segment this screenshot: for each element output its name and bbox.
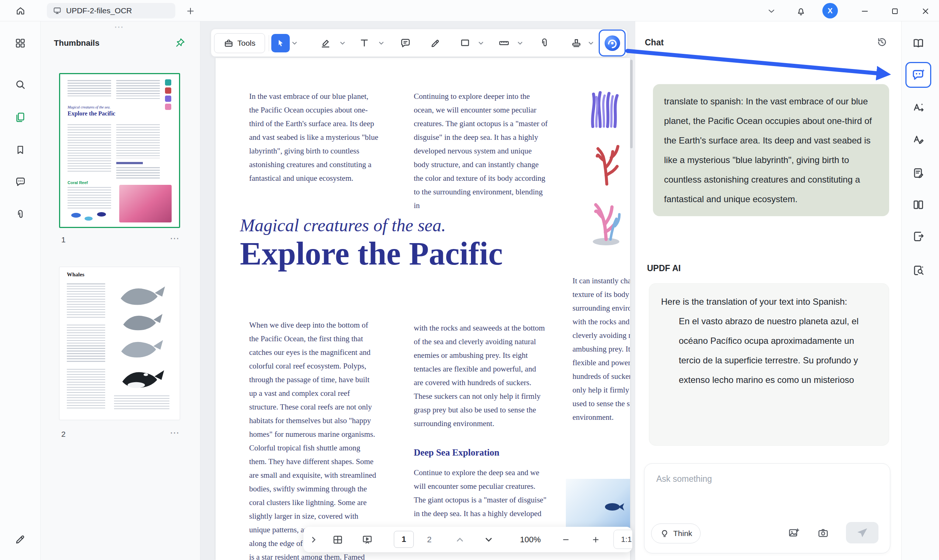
measure-tool-chevron[interactable] — [517, 40, 524, 47]
send-icon — [857, 527, 868, 538]
pin-icon — [174, 37, 186, 48]
ai-translate-button[interactable] — [912, 101, 925, 114]
document-tab[interactable]: UPDF-2-files_OCR — [47, 3, 175, 18]
measure-tool-button[interactable] — [497, 36, 510, 49]
ai-assistant-button[interactable] — [599, 29, 626, 57]
ai-translation-text: En el vasto abrazo de nuestro planeta az… — [679, 311, 877, 389]
ai-form-button[interactable] — [912, 166, 925, 180]
page-navigation-bar: 1 2 100% 1:1 — [304, 527, 632, 552]
ai-rewrite-button[interactable] — [912, 133, 925, 146]
collapse-tabs-button[interactable] — [765, 5, 778, 17]
sidebar-item-comments[interactable] — [14, 175, 27, 188]
thumb-fish — [71, 213, 81, 218]
ai-chat-button[interactable] — [905, 62, 931, 88]
thumbnail-view-button[interactable] — [331, 533, 345, 546]
stamp-tool-button[interactable] — [569, 36, 583, 49]
annotate-tool-chevron[interactable] — [339, 40, 346, 47]
search-icon — [14, 78, 26, 91]
page-thumbnail-1[interactable]: Magical creatures of the sea. Explore th… — [59, 73, 180, 228]
split-view-icon — [912, 198, 925, 211]
export-icon — [912, 230, 925, 243]
shapes-tool-button[interactable] — [458, 36, 472, 49]
minimize-button[interactable] — [858, 5, 871, 17]
current-page-input[interactable]: 1 — [394, 531, 414, 548]
select-tool-button[interactable] — [271, 34, 290, 52]
document-scrollbar[interactable] — [630, 60, 633, 148]
text-tool-chevron[interactable] — [378, 40, 385, 47]
ai-form-icon — [912, 167, 925, 179]
new-tab-button[interactable] — [184, 5, 197, 17]
slideshow-button[interactable] — [360, 533, 374, 546]
sticky-note-tool-button[interactable] — [399, 36, 412, 49]
open-book-icon — [912, 37, 925, 49]
sidebar-item-attachments[interactable] — [14, 208, 27, 221]
text-tool-button[interactable] — [358, 36, 371, 49]
toolbar-divider — [269, 35, 269, 51]
pen-tool-button[interactable] — [429, 36, 442, 49]
stamp-tool-chevron[interactable] — [587, 40, 595, 47]
maximize-button[interactable] — [888, 5, 901, 17]
sidebar-item-bookmarks[interactable] — [14, 143, 27, 157]
heading-script: Magical creatures of the sea. — [240, 215, 446, 235]
chevron-down-icon — [766, 6, 776, 16]
user-avatar[interactable]: X — [822, 3, 838, 18]
sidebar-item-search[interactable] — [14, 78, 27, 91]
chat-title: Chat — [645, 38, 664, 48]
title-bar: UPDF-2-files_OCR X — [0, 0, 939, 22]
fit-ratio-button[interactable]: 1:1 — [614, 530, 632, 549]
notifications-button[interactable] — [794, 5, 808, 18]
presentation-icon — [362, 534, 373, 545]
thumbnails-title: Thumbnails — [54, 38, 99, 48]
chat-history-button[interactable] — [874, 35, 889, 49]
page-layout-button[interactable] — [912, 198, 925, 211]
page-more-button[interactable]: ⋯ — [168, 232, 182, 244]
expand-bar-button[interactable] — [308, 534, 320, 546]
thumb-text-block — [68, 124, 111, 172]
thumb-coral-reef-label: Coral Reef — [68, 180, 88, 185]
minus-icon — [561, 535, 570, 544]
thumb-page2-title: Whales — [67, 272, 85, 278]
reading-mode-button[interactable] — [912, 37, 925, 50]
home-button[interactable] — [12, 3, 28, 18]
send-button[interactable] — [846, 522, 879, 543]
screenshot-button[interactable] — [815, 525, 831, 541]
ai-export-button[interactable] — [912, 230, 925, 243]
thumb-text-block — [67, 283, 105, 319]
previous-page-button[interactable] — [453, 534, 467, 546]
annotate-tool-button[interactable] — [319, 36, 332, 49]
page-thumbnail-2[interactable]: Whales — [59, 267, 180, 420]
shapes-tool-chevron[interactable] — [477, 40, 485, 47]
chat-input-card[interactable]: Ask something Think — [644, 463, 890, 553]
main-toolbar: Tools — [211, 29, 628, 57]
pin-panel-button[interactable] — [173, 36, 187, 49]
attach-tool-button[interactable] — [538, 36, 551, 49]
select-tool-chevron[interactable] — [291, 40, 298, 47]
think-label: Think — [673, 529, 692, 538]
sidebar-item-pagetools[interactable] — [14, 37, 27, 50]
zoom-level[interactable]: 100% — [514, 533, 547, 546]
add-image-button[interactable] — [785, 525, 802, 541]
pdf-page: In the vast embrace of our blue planet, … — [216, 58, 630, 560]
ai-search-icon — [912, 264, 925, 277]
zoom-out-button[interactable] — [559, 534, 572, 546]
ai-search-button[interactable] — [912, 264, 925, 277]
sidebar-item-signature[interactable] — [14, 533, 27, 546]
ai-translate-icon — [912, 102, 925, 114]
maximize-icon — [890, 7, 899, 16]
page-more-button[interactable]: ⋯ — [168, 427, 182, 438]
close-button[interactable] — [919, 5, 932, 17]
grid-icon — [14, 37, 26, 49]
chevron-up-icon — [456, 535, 464, 544]
panel-drag-handle[interactable]: ⋯ — [111, 22, 128, 32]
paragraph-coral-reef: When we dive deep into the bottom of the… — [249, 318, 379, 560]
next-page-label[interactable]: 2 — [422, 533, 436, 546]
tools-button[interactable]: Tools — [214, 33, 265, 53]
sidebar-item-thumbnails[interactable] — [14, 111, 27, 124]
clipped-text-column: It can instantly chang texture of its bo… — [572, 274, 630, 424]
thumb-text-block — [116, 80, 160, 100]
zoom-in-button[interactable] — [589, 534, 602, 546]
think-button[interactable]: Think — [651, 523, 700, 543]
left-sidebar — [0, 22, 41, 560]
next-page-button[interactable] — [482, 534, 495, 546]
orca-illustration — [116, 366, 171, 390]
